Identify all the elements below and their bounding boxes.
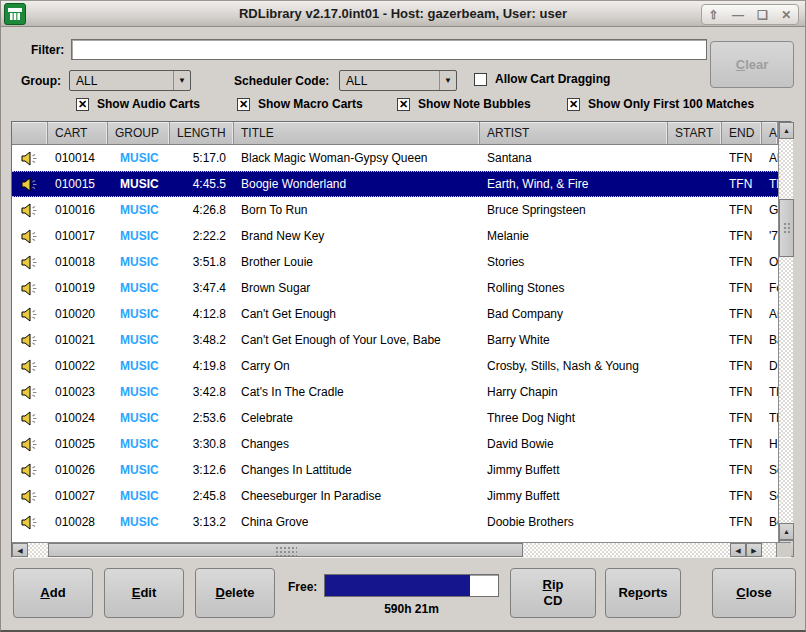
close-button[interactable]: Close xyxy=(712,568,796,618)
vertical-scrollbar[interactable]: ▲ ▲ ▼ xyxy=(778,122,793,557)
table-row[interactable]: 010022MUSIC4:19.8Carry OnCrosby, Stills,… xyxy=(12,353,778,379)
show-option-checkbox[interactable]: ✕Show Note Bubbles xyxy=(397,97,531,111)
cell-end: TFN xyxy=(722,489,762,503)
cell-cart-number: 010018 xyxy=(48,255,108,269)
cell-cart-number: 010026 xyxy=(48,463,108,477)
scroll-up-button[interactable]: ▲ xyxy=(779,122,794,139)
table-row[interactable]: 010020MUSIC4:12.8Can't Get EnoughBad Com… xyxy=(12,301,778,327)
cell-artist: Jimmy Buffett xyxy=(480,489,668,503)
scheduler-code-select[interactable]: ALL ▼ xyxy=(339,70,457,91)
speaker-icon xyxy=(21,515,39,530)
cell-artist: Jimmy Buffett xyxy=(480,463,668,477)
column-header-artist[interactable]: ARTIST xyxy=(480,122,668,144)
group-select[interactable]: ALL ▼ xyxy=(69,70,191,91)
rip-cd-button[interactable]: RipCD xyxy=(510,568,596,618)
column-header-group[interactable]: GROUP xyxy=(108,122,170,144)
cell-album: Be xyxy=(762,515,778,529)
speaker-icon-cell xyxy=(12,437,48,452)
scroll-left-button[interactable]: ◀ xyxy=(12,543,28,557)
cell-end: TFN xyxy=(722,229,762,243)
speaker-icon-cell xyxy=(12,489,48,504)
add-button[interactable]: Add xyxy=(13,568,93,618)
table-row[interactable]: 010026MUSIC3:12.6Changes In LattitudeJim… xyxy=(12,457,778,483)
cell-artist: Bruce Springsteen xyxy=(480,203,668,217)
cell-album: '7 xyxy=(762,229,778,243)
cell-group-name: MUSIC xyxy=(108,333,170,347)
cell-album: O xyxy=(762,255,778,269)
checkbox-box: ✕ xyxy=(237,98,250,111)
column-header-album[interactable]: ALBUM xyxy=(762,122,778,144)
table-row[interactable]: 010024MUSIC2:53.6CelebrateThree Dog Nigh… xyxy=(12,405,778,431)
horizontal-scroll-thumb[interactable] xyxy=(48,543,523,557)
allow-cart-dragging-label: Allow Cart Dragging xyxy=(495,72,610,86)
show-option-label: Show Note Bubbles xyxy=(418,97,531,111)
table-row[interactable]: 010016MUSIC4:26.8Born To RunBruce Spring… xyxy=(12,197,778,223)
speaker-icon-cell xyxy=(12,203,48,218)
filter-input[interactable] xyxy=(71,39,707,60)
speaker-icon xyxy=(21,229,39,244)
show-option-checkbox[interactable]: ✕Show Audio Carts xyxy=(76,97,200,111)
column-header-length[interactable]: LENGTH xyxy=(170,122,234,144)
scrollbar-corner xyxy=(776,542,791,557)
cell-cart-number: 010027 xyxy=(48,489,108,503)
cell-album: Ab xyxy=(762,151,778,165)
scroll-left-button[interactable]: ◀ xyxy=(730,543,746,557)
scroll-right-button[interactable]: ▶ xyxy=(746,543,762,557)
table-row[interactable]: 010018MUSIC3:51.8Brother LouieStoriesTFN… xyxy=(12,249,778,275)
clear-button[interactable]: Clear xyxy=(710,41,794,88)
cell-title: Cheeseburger In Paradise xyxy=(234,489,480,503)
speaker-icon xyxy=(21,177,39,192)
cell-album: Th xyxy=(762,177,778,191)
column-header-end[interactable]: END xyxy=(722,122,762,144)
cell-artist: Crosby, Stills, Nash & Young xyxy=(480,359,668,373)
table-row[interactable]: 010014MUSIC5:17.0Black Magic Woman-Gypsy… xyxy=(12,145,778,171)
cell-group-name: MUSIC xyxy=(108,177,170,191)
show-option-checkbox[interactable]: ✕Show Macro Carts xyxy=(237,97,363,111)
reports-button[interactable]: Reports xyxy=(605,568,681,618)
table-row[interactable]: 010023MUSIC3:42.8Cat's In The CradleHarr… xyxy=(12,379,778,405)
table-row[interactable]: 010021MUSIC3:48.2Can't Get Enough of You… xyxy=(12,327,778,353)
column-header-start[interactable]: START xyxy=(668,122,722,144)
cell-length: 5:17.0 xyxy=(170,151,234,165)
cell-group-name: MUSIC xyxy=(108,307,170,321)
scroll-up-button[interactable]: ▲ xyxy=(779,523,794,540)
cell-length: 4:26.8 xyxy=(170,203,234,217)
horizontal-scrollbar[interactable]: ◀ ◀ ▶ xyxy=(12,542,778,557)
cell-title: Brand New Key xyxy=(234,229,480,243)
table-row[interactable]: 010015MUSIC4:45.5Boogie WonderlandEarth,… xyxy=(12,171,778,197)
speaker-icon-cell xyxy=(12,229,48,244)
chevron-down-icon: ▼ xyxy=(173,71,190,90)
table-row[interactable]: 010027MUSIC2:45.8Cheeseburger In Paradis… xyxy=(12,483,778,509)
table-row[interactable]: 010025MUSIC3:30.8ChangesDavid BowieTFNH xyxy=(12,431,778,457)
table-row[interactable]: 010028MUSIC3:13.2China GroveDoobie Broth… xyxy=(12,509,778,535)
table-row[interactable]: 010019MUSIC3:47.4Brown SugarRolling Ston… xyxy=(12,275,778,301)
free-space-gauge xyxy=(324,574,499,597)
speaker-icon-cell xyxy=(12,255,48,270)
cell-album: H xyxy=(762,437,778,451)
close-window-button[interactable]: ✕ xyxy=(781,9,791,21)
column-header-cart[interactable]: CART xyxy=(48,122,108,144)
cell-length: 3:51.8 xyxy=(170,255,234,269)
delete-button[interactable]: Delete xyxy=(195,568,275,618)
minimize-button[interactable]: — xyxy=(732,9,744,21)
cell-cart-number: 010024 xyxy=(48,411,108,425)
cell-artist: Santana xyxy=(480,151,668,165)
cell-title: Boogie Wonderland xyxy=(234,177,480,191)
column-header-title[interactable]: TITLE xyxy=(234,122,480,144)
speaker-icon-cell xyxy=(12,177,48,192)
cell-album: So xyxy=(762,463,778,477)
cell-cart-number: 010019 xyxy=(48,281,108,295)
free-space-value: 590h 21m xyxy=(324,602,499,616)
window-controls: ⇧ — ❑ ✕ xyxy=(701,4,799,25)
allow-cart-dragging-checkbox[interactable]: Allow Cart Dragging xyxy=(474,72,610,86)
cell-title: Can't Get Enough of Your Love, Babe xyxy=(234,333,480,347)
table-row[interactable]: 010017MUSIC2:22.2Brand New KeyMelanieTFN… xyxy=(12,223,778,249)
cell-length: 3:13.2 xyxy=(170,515,234,529)
vertical-scroll-thumb[interactable] xyxy=(779,199,794,257)
maximize-button[interactable]: ❑ xyxy=(757,9,768,21)
show-option-checkbox[interactable]: ✕Show Only First 100 Matches xyxy=(567,97,754,111)
edit-button[interactable]: Edit xyxy=(104,568,184,618)
shade-button[interactable]: ⇧ xyxy=(709,9,719,21)
column-header-icon[interactable] xyxy=(12,122,48,144)
cell-length: 2:53.6 xyxy=(170,411,234,425)
